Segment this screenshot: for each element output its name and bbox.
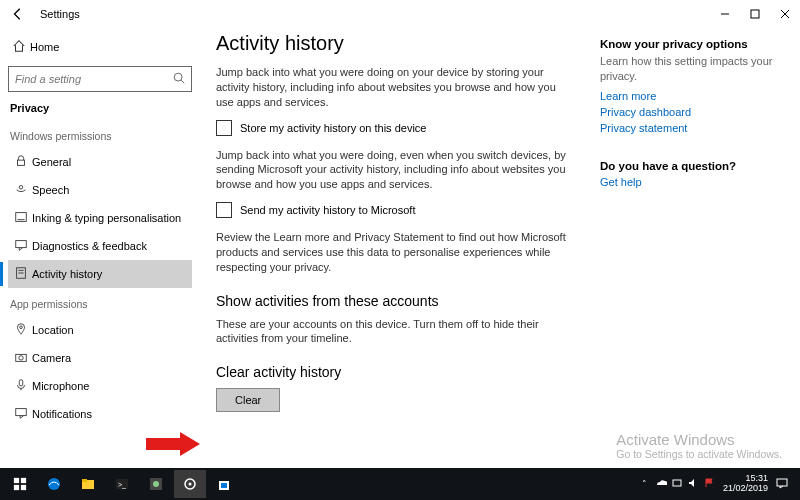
- nav-label: Speech: [32, 184, 69, 196]
- privacy-options-sub: Learn how this setting impacts your priv…: [600, 54, 780, 84]
- minimize-button[interactable]: [710, 0, 740, 28]
- nav-label: Microphone: [32, 380, 89, 392]
- back-button[interactable]: [8, 4, 28, 24]
- nav-notifications[interactable]: Notifications: [8, 400, 192, 428]
- home-nav[interactable]: Home: [8, 34, 192, 60]
- taskbar-settings[interactable]: [174, 470, 206, 498]
- tray-flag-icon[interactable]: [701, 477, 717, 491]
- activate-windows-watermark: Activate Windows Go to Settings to activ…: [616, 431, 782, 460]
- taskbar-store[interactable]: [208, 470, 240, 498]
- sidebar: Home Privacy Windows permissions General…: [0, 28, 200, 468]
- checkbox-send-history[interactable]: Send my activity history to Microsoft: [216, 202, 576, 218]
- nav-camera[interactable]: Camera: [8, 344, 192, 372]
- privacy-review-paragraph: Review the Learn more and Privacy Statem…: [216, 230, 576, 275]
- link-get-help[interactable]: Get help: [600, 176, 780, 188]
- svg-rect-21: [21, 485, 26, 490]
- system-tray[interactable]: ˄ 15:31 21/02/2019: [637, 474, 796, 494]
- tray-network-icon[interactable]: [669, 477, 685, 491]
- taskbar-edge[interactable]: [38, 470, 70, 498]
- main-content: Activity history Jump back into what you…: [216, 32, 576, 468]
- nav-label: General: [32, 156, 71, 168]
- question-heading: Do you have a question?: [600, 160, 780, 172]
- svg-point-12: [20, 326, 23, 329]
- nav-location[interactable]: Location: [8, 316, 192, 344]
- intro-paragraph-2: Jump back into what you were doing, even…: [216, 148, 576, 193]
- tray-chevron-icon[interactable]: ˄: [637, 479, 653, 489]
- annotation-arrow: [146, 432, 200, 456]
- right-panel: Know your privacy options Learn how this…: [600, 32, 780, 468]
- link-privacy-dashboard[interactable]: Privacy dashboard: [600, 106, 780, 118]
- watermark-title: Activate Windows: [616, 431, 782, 448]
- group-app-permissions: App permissions: [10, 298, 192, 310]
- search-icon: [172, 71, 186, 87]
- clear-heading: Clear activity history: [216, 364, 576, 380]
- svg-rect-33: [673, 480, 681, 486]
- microphone-icon: [10, 378, 32, 394]
- intro-paragraph-1: Jump back into what you were doing on yo…: [216, 65, 576, 110]
- nav-label: Location: [32, 324, 74, 336]
- nav-label: Diagnostics & feedback: [32, 240, 147, 252]
- inking-icon: [10, 210, 32, 226]
- accounts-paragraph: These are your accounts on this device. …: [216, 317, 576, 347]
- svg-point-2: [174, 73, 182, 81]
- svg-rect-34: [777, 479, 787, 486]
- nav-label: Inking & typing personalisation: [32, 212, 181, 224]
- svg-rect-19: [21, 478, 26, 483]
- svg-rect-1: [751, 10, 759, 18]
- window-title: Settings: [40, 8, 80, 20]
- svg-marker-17: [146, 432, 200, 456]
- taskbar-terminal[interactable]: >_: [106, 470, 138, 498]
- nav-diagnostics[interactable]: Diagnostics & feedback: [8, 232, 192, 260]
- nav-label: Camera: [32, 352, 71, 364]
- clear-button[interactable]: Clear: [216, 388, 280, 412]
- taskbar-app-1[interactable]: [140, 470, 172, 498]
- action-center-icon[interactable]: [774, 477, 790, 491]
- accounts-heading: Show activities from these accounts: [216, 293, 576, 309]
- link-learn-more[interactable]: Learn more: [600, 90, 780, 102]
- maximize-button[interactable]: [740, 0, 770, 28]
- history-icon: [10, 266, 32, 282]
- close-button[interactable]: [770, 0, 800, 28]
- svg-rect-24: [82, 479, 87, 482]
- taskbar-explorer[interactable]: [72, 470, 104, 498]
- feedback-icon: [10, 238, 32, 254]
- svg-point-30: [189, 483, 192, 486]
- tray-onedrive-icon[interactable]: [653, 477, 669, 491]
- taskbar-clock[interactable]: 15:31 21/02/2019: [723, 474, 768, 494]
- group-windows-permissions: Windows permissions: [10, 130, 192, 142]
- home-label: Home: [30, 41, 59, 53]
- svg-point-5: [19, 186, 23, 190]
- svg-point-14: [19, 356, 23, 360]
- speech-icon: [10, 182, 32, 198]
- checkbox-icon: [216, 120, 232, 136]
- svg-rect-18: [14, 478, 19, 483]
- privacy-options-heading: Know your privacy options: [600, 38, 780, 50]
- search-input[interactable]: [8, 66, 192, 92]
- svg-rect-15: [19, 380, 23, 386]
- svg-point-28: [153, 481, 159, 487]
- link-privacy-statement[interactable]: Privacy statement: [600, 122, 780, 134]
- nav-speech[interactable]: Speech: [8, 176, 192, 204]
- svg-rect-32: [221, 483, 227, 488]
- svg-rect-8: [16, 241, 27, 248]
- location-icon: [10, 322, 32, 338]
- clock-date: 21/02/2019: [723, 484, 768, 494]
- checkbox-store-history[interactable]: Store my activity history on this device: [216, 120, 576, 136]
- nav-general[interactable]: General: [8, 148, 192, 176]
- checkbox-icon: [216, 202, 232, 218]
- camera-icon: [10, 350, 32, 366]
- notifications-icon: [10, 406, 32, 422]
- nav-label: Notifications: [32, 408, 92, 420]
- home-icon: [8, 39, 30, 55]
- nav-microphone[interactable]: Microphone: [8, 372, 192, 400]
- start-button[interactable]: [4, 470, 36, 498]
- nav-label: Activity history: [32, 268, 102, 280]
- nav-activity-history[interactable]: Activity history: [8, 260, 192, 288]
- tray-volume-icon[interactable]: [685, 477, 701, 491]
- current-category: Privacy: [8, 102, 192, 114]
- page-heading: Activity history: [216, 32, 576, 55]
- checkbox-label: Store my activity history on this device: [240, 122, 426, 134]
- svg-text:>_: >_: [118, 481, 126, 489]
- nav-inking[interactable]: Inking & typing personalisation: [8, 204, 192, 232]
- svg-rect-16: [16, 409, 27, 416]
